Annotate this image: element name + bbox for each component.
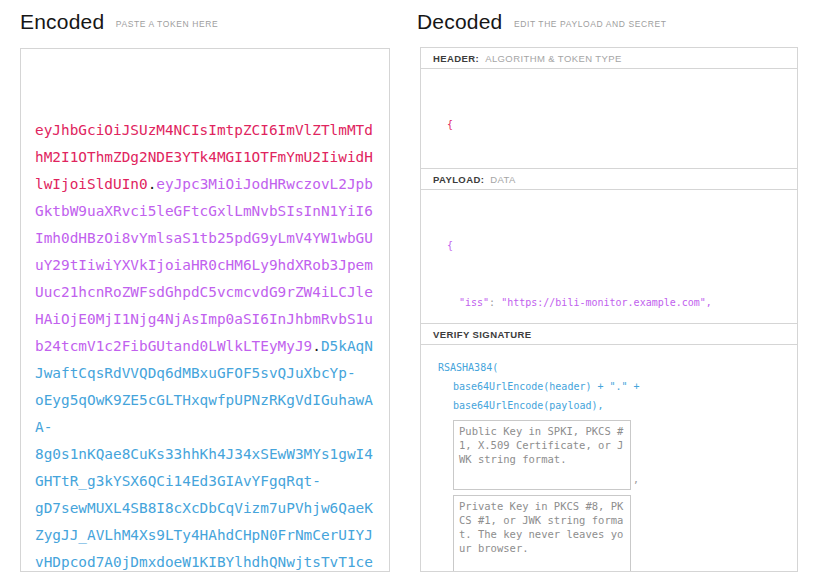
- payload-label-strong: PAYLOAD:: [433, 174, 484, 185]
- encoded-pane-heading: Encoded PASTE A TOKEN HERE: [20, 10, 218, 34]
- header-section-box: HEADER: ALGORITHM & TOKEN TYPE { "alg": …: [420, 47, 798, 169]
- jwt-token-input[interactable]: eyJhbGciOiJSUzM4NCIsImtpZCI6ImVlZTlmMTdh…: [20, 48, 390, 572]
- decoded-pane-heading: Decoded EDIT THE PAYLOAD AND SECRET: [417, 10, 666, 34]
- encoded-subtitle: PASTE A TOKEN HERE: [116, 19, 218, 29]
- private-key-input[interactable]: Private Key in PKCS #8, PKCS #1, or JWK …: [453, 495, 631, 572]
- public-key-row: Public Key in SPKI, PKCS #1, X.509 Certi…: [438, 420, 781, 490]
- private-key-row: Private Key in PKCS #8, PKCS #1, or JWK …: [438, 495, 781, 572]
- json-key: "iss": [459, 297, 489, 308]
- decoded-subtitle: EDIT THE PAYLOAD AND SECRET: [514, 19, 667, 29]
- key-separator-comma: ,: [631, 470, 639, 490]
- token-payload-segment: eyJpc3MiOiJodHRwczovL2JpbGktbW9uaXRvci5l…: [35, 176, 373, 354]
- header-label-strong: HEADER:: [433, 53, 479, 64]
- token-separator-2: .: [312, 338, 321, 354]
- header-section-label: HEADER: ALGORITHM & TOKEN TYPE: [421, 48, 797, 69]
- header-label-hint: ALGORITHM & TOKEN TYPE: [485, 53, 622, 64]
- payload-json-editor[interactable]: { "iss": "https://bili-monitor.example.c…: [421, 190, 797, 324]
- header-json-editor[interactable]: { "alg": "RS384", "kid": "eee9f17a3b598f…: [421, 69, 797, 169]
- json-colon: :: [489, 297, 501, 308]
- verify-signature-content: RSASHA384( base64UrlEncode(header) + "."…: [421, 345, 797, 572]
- payload-section-box: PAYLOAD: DATA { "iss": "https://bili-mon…: [420, 168, 798, 324]
- verify-signature-box: VERIFY SIGNATURE RSASHA384( base64UrlEnc…: [420, 323, 798, 572]
- decoded-title: Decoded: [417, 10, 502, 34]
- payload-section-label: PAYLOAD: DATA: [421, 169, 797, 190]
- encode-header-line: base64UrlEncode(header) + "." +: [438, 377, 781, 396]
- public-key-input[interactable]: Public Key in SPKI, PKCS #1, X.509 Certi…: [453, 420, 631, 490]
- json-line: "iss": "https://bili-monitor.example.com…: [447, 293, 789, 312]
- encode-payload-line: base64UrlEncode(payload),: [438, 396, 781, 415]
- json-open-brace: {: [447, 115, 789, 134]
- json-value: "https://bili-monitor.example.com",: [501, 297, 712, 308]
- verify-label-strong: VERIFY SIGNATURE: [433, 329, 531, 340]
- encoded-title: Encoded: [20, 10, 104, 34]
- payload-label-hint: DATA: [490, 174, 516, 185]
- signature-algorithm-line: RSASHA384(: [438, 358, 781, 377]
- token-signature-segment: D5kAqNJwaftCqsRdVVQDq6dMBxuGFOF5svQJuXbc…: [35, 338, 373, 572]
- json-open-brace: {: [447, 236, 789, 255]
- token-separator-1: .: [148, 176, 157, 192]
- verify-signature-label: VERIFY SIGNATURE: [421, 324, 797, 345]
